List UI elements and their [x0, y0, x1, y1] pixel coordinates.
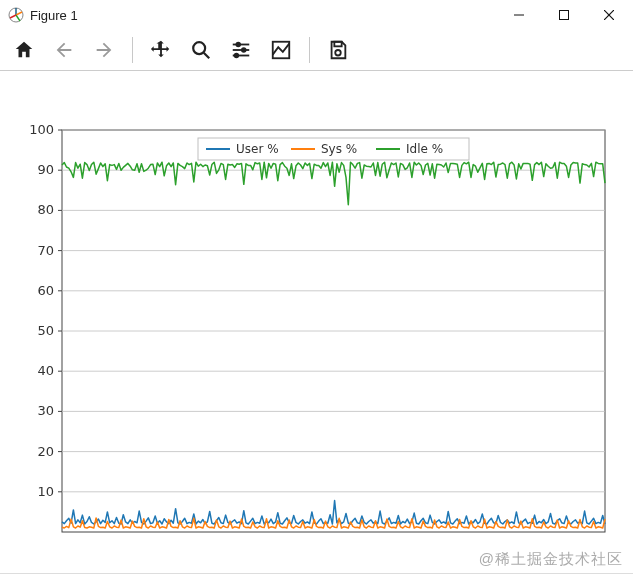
- svg-text:100: 100: [29, 122, 54, 137]
- chart-svg: 102030405060708090100User %Sys %Idle %: [0, 70, 633, 574]
- svg-text:90: 90: [37, 162, 54, 177]
- svg-rect-14: [334, 42, 341, 47]
- svg-text:40: 40: [37, 363, 54, 378]
- titlebar: Figure 1: [0, 0, 633, 30]
- svg-text:20: 20: [37, 444, 54, 459]
- svg-point-10: [236, 43, 240, 47]
- forward-button[interactable]: [88, 35, 120, 65]
- svg-text:60: 60: [37, 283, 54, 298]
- svg-point-5: [193, 42, 205, 54]
- svg-point-15: [335, 50, 341, 56]
- matplotlib-icon: [8, 7, 24, 23]
- back-button[interactable]: [48, 35, 80, 65]
- svg-text:70: 70: [37, 243, 54, 258]
- svg-line-6: [204, 53, 210, 59]
- toolbar: [0, 30, 633, 71]
- axes-edit-button[interactable]: [265, 35, 297, 65]
- svg-point-12: [235, 54, 239, 58]
- pan-button[interactable]: [145, 35, 177, 65]
- subplots-button[interactable]: [225, 35, 257, 65]
- zoom-button[interactable]: [185, 35, 217, 65]
- close-button[interactable]: [586, 0, 631, 30]
- window-controls: [496, 0, 631, 30]
- minimize-button[interactable]: [496, 0, 541, 30]
- svg-text:Idle %: Idle %: [406, 142, 443, 156]
- svg-rect-2: [559, 11, 568, 20]
- svg-text:50: 50: [37, 323, 54, 338]
- maximize-button[interactable]: [541, 0, 586, 30]
- svg-point-11: [242, 48, 246, 52]
- svg-text:30: 30: [37, 403, 54, 418]
- save-button[interactable]: [322, 35, 354, 65]
- svg-text:User %: User %: [236, 142, 279, 156]
- home-button[interactable]: [8, 35, 40, 65]
- svg-text:10: 10: [37, 484, 54, 499]
- plot-area[interactable]: 102030405060708090100User %Sys %Idle %: [0, 70, 633, 573]
- titlebar-left: Figure 1: [8, 7, 78, 23]
- svg-text:Sys %: Sys %: [321, 142, 357, 156]
- figure-window: Figure 1: [0, 0, 633, 574]
- svg-text:80: 80: [37, 202, 54, 217]
- window-title: Figure 1: [30, 8, 78, 23]
- toolbar-separator: [132, 37, 133, 63]
- toolbar-separator: [309, 37, 310, 63]
